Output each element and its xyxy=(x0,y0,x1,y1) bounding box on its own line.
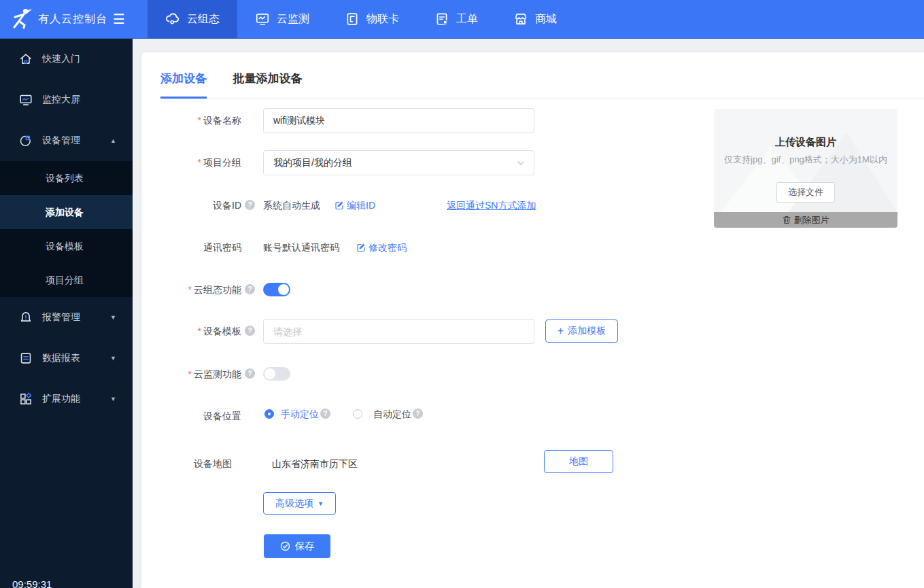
sidebar-item-quick-start[interactable]: 快速入门 xyxy=(0,39,133,80)
map-button[interactable]: 地图 xyxy=(544,450,613,473)
mountains-watermark xyxy=(714,109,897,228)
choose-file-button[interactable]: 选择文件 xyxy=(776,182,835,203)
add-template-button[interactable]: + 添加模板 xyxy=(545,319,618,343)
sidebar-item-data-report[interactable]: 数据报表 ▼ xyxy=(0,338,133,379)
work-order-icon xyxy=(434,12,449,27)
alarm-bell-icon xyxy=(19,311,33,324)
sidebar-item-device-template[interactable]: 设备模板 xyxy=(0,229,133,263)
monitor-chart-icon xyxy=(255,12,270,27)
sidebar-item-add-device[interactable]: 添加设备 xyxy=(0,195,133,229)
top-navbar: 有人云控制台 ☰ 云组态 云监测 物联卡 xyxy=(0,0,924,39)
caret-down-icon: ▼ xyxy=(318,500,324,507)
scada-toggle[interactable] xyxy=(263,283,290,296)
comm-password-value: 账号默认通讯密码 xyxy=(263,241,339,254)
sidebar-item-device-management[interactable]: 设备管理 ▲ xyxy=(0,120,133,161)
home-icon xyxy=(19,52,33,66)
nav-item-work-order[interactable]: 工单 xyxy=(417,0,496,38)
return-sn-mode-link[interactable]: 返回通过SN方式添加 xyxy=(447,198,536,212)
sidebar-item-device-list[interactable]: 设备列表 xyxy=(0,161,133,195)
sidebar: 快速入门 监控大屏 设备管理 ▲ 设备列表 添加设备 设备模板 项目分组 报警管… xyxy=(0,39,133,588)
nav-item-label: 商城 xyxy=(535,12,557,27)
big-screen-icon xyxy=(19,93,33,107)
sidebar-item-label: 监控大屏 xyxy=(42,94,80,106)
content-card: 添加设备 批量添加设备 *设备名称 *项目分组 设备ID ? 系统自动生成 xyxy=(141,52,924,588)
help-icon[interactable]: ? xyxy=(320,409,330,419)
help-icon[interactable]: ? xyxy=(245,200,255,210)
device-template-select[interactable] xyxy=(263,319,534,344)
nav-item-label: 物联卡 xyxy=(366,12,399,27)
device-location-label: 设备位置 xyxy=(141,409,241,423)
toggle-knob xyxy=(278,284,289,295)
nav-item-label: 云组态 xyxy=(187,12,220,27)
nav-item-label: 云监测 xyxy=(277,12,309,27)
annotation-arrows xyxy=(141,52,345,154)
delete-image-label: 删除图片 xyxy=(794,214,829,226)
device-management-icon xyxy=(19,134,33,148)
brand-area: 有人云控制台 ☰ xyxy=(0,0,133,38)
manual-location-radio[interactable] xyxy=(264,409,274,419)
check-circle-icon xyxy=(280,541,290,551)
upload-title: 上传设备图片 xyxy=(714,136,897,149)
help-icon[interactable]: ? xyxy=(245,284,255,294)
manual-location-label[interactable]: 手动定位 xyxy=(281,409,319,419)
top-nav-items: 云组态 云监测 物联卡 工单 xyxy=(148,0,575,38)
sidebar-item-extensions[interactable]: 扩展功能 ▼ xyxy=(0,379,133,419)
device-management-submenu: 设备列表 添加设备 设备模板 项目分组 xyxy=(0,161,133,297)
caret-down-icon: ▼ xyxy=(110,314,116,321)
caret-up-icon: ▲ xyxy=(110,137,116,144)
advanced-options-button[interactable]: 高级选项 ▼ xyxy=(263,492,336,515)
hamburger-menu-icon[interactable]: ☰ xyxy=(113,12,125,26)
caret-down-icon: ▼ xyxy=(110,396,116,402)
edit-icon xyxy=(356,243,366,252)
delete-image-bar[interactable]: 删除图片 xyxy=(714,212,897,228)
main-area: 添加设备 批量添加设备 *设备名称 *项目分组 设备ID ? 系统自动生成 xyxy=(133,39,924,588)
sidebar-item-project-group[interactable]: 项目分组 xyxy=(0,263,133,297)
add-device-form: *设备名称 *项目分组 设备ID ? 系统自动生成 xyxy=(141,52,924,588)
device-id-value: 系统自动生成 xyxy=(263,198,320,212)
nav-item-label: 工单 xyxy=(456,12,478,27)
project-group-select[interactable] xyxy=(263,150,534,175)
sidebar-item-big-screen[interactable]: 监控大屏 xyxy=(0,80,133,120)
sidebar-item-label: 报警管理 xyxy=(42,311,80,324)
nav-item-scada[interactable]: 云组态 xyxy=(148,0,237,38)
sim-card-icon xyxy=(345,12,360,27)
save-button[interactable]: 保存 xyxy=(264,534,330,558)
nav-item-iot-card[interactable]: 物联卡 xyxy=(327,0,417,38)
cloud-scada-icon xyxy=(165,12,180,27)
change-password-link[interactable]: 修改密码 xyxy=(356,241,407,254)
auto-location-label[interactable]: 自动定位 xyxy=(373,409,411,419)
cloud-monitor-toggle[interactable] xyxy=(263,367,290,381)
device-name-label: *设备名称 xyxy=(141,114,241,127)
help-icon[interactable]: ? xyxy=(245,368,255,379)
trash-icon xyxy=(783,215,791,224)
sidebar-item-label: 设备管理 xyxy=(42,135,80,147)
device-template-label: *设备模板 xyxy=(141,324,241,338)
nav-item-mall[interactable]: 商城 xyxy=(496,0,575,38)
project-group-label: *项目分组 xyxy=(141,156,241,169)
required-mark: * xyxy=(188,284,192,295)
data-report-icon xyxy=(19,351,33,365)
cloud-monitor-label: *云监测功能 xyxy=(141,367,241,381)
required-mark: * xyxy=(198,326,201,336)
required-mark: * xyxy=(198,115,201,126)
help-icon[interactable]: ? xyxy=(413,409,423,419)
nav-item-cloud-monitor[interactable]: 云监测 xyxy=(237,0,327,38)
auto-location-radio[interactable] xyxy=(353,409,362,419)
toggle-knob xyxy=(264,368,275,379)
required-mark: * xyxy=(198,157,201,168)
device-map-label: 设备地图 xyxy=(141,457,232,470)
required-mark: * xyxy=(188,368,192,379)
device-name-input[interactable] xyxy=(263,108,534,133)
help-icon[interactable]: ? xyxy=(245,326,255,336)
caret-down-icon: ▼ xyxy=(110,355,116,362)
scada-function-label: *云组态功能 xyxy=(141,283,241,296)
extensions-grid-icon xyxy=(19,392,33,406)
upload-hint: 仅支持jpg、gif、png格式；大小为1M以内 xyxy=(714,154,897,166)
sidebar-item-label: 快速入门 xyxy=(42,53,80,65)
edit-icon xyxy=(335,201,344,210)
sidebar-item-label: 数据报表 xyxy=(42,352,80,364)
edit-id-link[interactable]: 编辑ID xyxy=(335,198,375,212)
comm-password-label: 通讯密码 xyxy=(141,241,241,254)
sidebar-item-alarm-management[interactable]: 报警管理 ▼ xyxy=(0,297,133,338)
device-id-label: 设备ID xyxy=(141,198,241,212)
